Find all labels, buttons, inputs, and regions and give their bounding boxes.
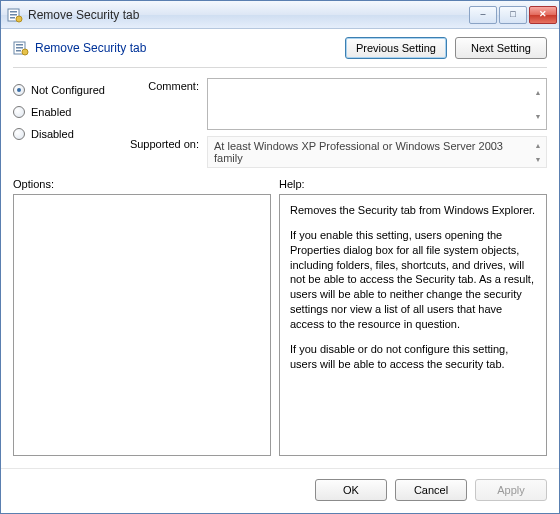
comment-input[interactable]: ▲ ▼ xyxy=(207,78,547,130)
app-icon xyxy=(7,7,23,23)
panes-row: Removes the Security tab from Windows Ex… xyxy=(1,194,559,456)
help-pane[interactable]: Removes the Security tab from Windows Ex… xyxy=(279,194,547,456)
supported-row: Supported on: At least Windows XP Profes… xyxy=(123,136,547,168)
radio-icon xyxy=(13,106,25,118)
radio-label: Not Configured xyxy=(31,84,105,96)
state-column: Not Configured Enabled Disabled xyxy=(13,78,123,168)
svg-rect-6 xyxy=(16,44,23,46)
help-paragraph: If you enable this setting, users openin… xyxy=(290,228,536,332)
apply-button[interactable]: Apply xyxy=(475,479,547,501)
window-title: Remove Security tab xyxy=(28,8,469,22)
svg-rect-7 xyxy=(16,47,23,49)
minimize-button[interactable]: – xyxy=(469,6,497,24)
close-button[interactable]: ✕ xyxy=(529,6,557,24)
radio-label: Disabled xyxy=(31,128,74,140)
form-column: Comment: ▲ ▼ Supported on: At least Wind… xyxy=(123,78,547,168)
svg-point-4 xyxy=(16,16,22,22)
comment-spinner: ▲ ▼ xyxy=(531,80,545,128)
spin-down-icon[interactable]: ▼ xyxy=(531,152,545,166)
client-area: Remove Security tab Previous Setting Nex… xyxy=(1,29,559,513)
supported-label: Supported on: xyxy=(123,136,207,150)
comment-row: Comment: ▲ ▼ xyxy=(123,78,547,130)
options-pane xyxy=(13,194,271,456)
svg-rect-8 xyxy=(16,50,21,52)
header-row: Remove Security tab Previous Setting Nex… xyxy=(1,29,559,65)
radio-disabled[interactable]: Disabled xyxy=(13,128,123,140)
divider xyxy=(13,67,547,68)
close-icon: ✕ xyxy=(539,10,547,19)
dialog-window: Remove Security tab – □ ✕ Remove Securit… xyxy=(0,0,560,514)
svg-rect-1 xyxy=(10,11,17,13)
radio-enabled[interactable]: Enabled xyxy=(13,106,123,118)
spin-up-icon[interactable]: ▲ xyxy=(531,80,545,104)
radio-icon xyxy=(13,84,25,96)
minimize-icon: – xyxy=(480,10,485,19)
nav-buttons: Previous Setting Next Setting xyxy=(345,37,547,59)
radio-icon xyxy=(13,128,25,140)
window-controls: – □ ✕ xyxy=(469,6,557,24)
maximize-button[interactable]: □ xyxy=(499,6,527,24)
next-setting-button[interactable]: Next Setting xyxy=(455,37,547,59)
cancel-button[interactable]: Cancel xyxy=(395,479,467,501)
footer-buttons: OK Cancel Apply xyxy=(1,468,559,513)
supported-spinner: ▲ ▼ xyxy=(531,138,545,166)
titlebar[interactable]: Remove Security tab – □ ✕ xyxy=(1,1,559,29)
help-label: Help: xyxy=(279,178,305,190)
previous-setting-button[interactable]: Previous Setting xyxy=(345,37,447,59)
radio-label: Enabled xyxy=(31,106,71,118)
radio-not-configured[interactable]: Not Configured xyxy=(13,84,123,96)
maximize-icon: □ xyxy=(510,10,515,19)
svg-rect-3 xyxy=(10,17,15,19)
supported-value: At least Windows XP Professional or Wind… xyxy=(214,140,503,164)
pane-labels: Options: Help: xyxy=(1,168,559,194)
help-paragraph: If you disable or do not configure this … xyxy=(290,342,536,372)
ok-button[interactable]: OK xyxy=(315,479,387,501)
supported-display: At least Windows XP Professional or Wind… xyxy=(207,136,547,168)
comment-value xyxy=(208,79,546,85)
svg-rect-2 xyxy=(10,14,17,16)
upper-section: Not Configured Enabled Disabled Comment: xyxy=(1,74,559,168)
policy-icon xyxy=(13,40,29,56)
spin-up-icon[interactable]: ▲ xyxy=(531,138,545,152)
comment-label: Comment: xyxy=(123,78,207,92)
svg-point-9 xyxy=(22,49,28,55)
options-label: Options: xyxy=(13,178,271,190)
policy-title: Remove Security tab xyxy=(35,41,345,55)
spin-down-icon[interactable]: ▼ xyxy=(531,104,545,128)
help-paragraph: Removes the Security tab from Windows Ex… xyxy=(290,203,536,218)
